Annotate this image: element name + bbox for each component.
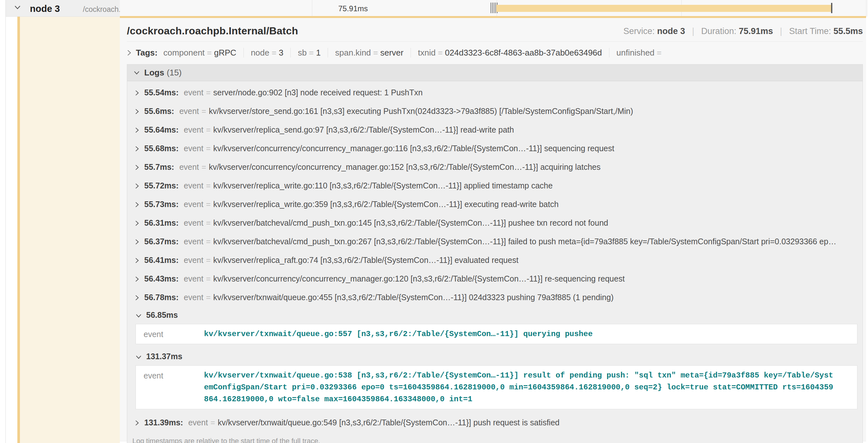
log-field-key: event: [184, 293, 203, 302]
log-field-key: event: [136, 328, 204, 340]
log-entry-collapsed[interactable]: 131.39ms:event=kv/kvserver/txnwait/queue…: [127, 413, 863, 432]
log-equals: =: [210, 418, 215, 427]
chevron-down-icon: [135, 355, 142, 359]
log-entry-collapsed[interactable]: 55.64ms:event=kv/kvserver/replica_send.g…: [127, 121, 863, 139]
tag-key: node: [251, 48, 270, 58]
log-field-value: kv/kvserver/replica_write.go:110 [n3,s3,…: [213, 181, 553, 190]
log-field-key: event: [184, 218, 203, 228]
log-entry-collapsed[interactable]: 55.6ms:event=kv/kvserver/store_send.go:1…: [127, 102, 863, 121]
log-field-value: kv/kvserver/batcheval/cmd_push_txn.go:26…: [213, 237, 837, 246]
tag-key: sb: [298, 48, 307, 58]
tag-equals: =: [309, 48, 314, 58]
log-entry-collapsed[interactable]: 56.31ms:event=kv/kvserver/batcheval/cmd_…: [127, 213, 863, 232]
log-fields-table: eventkv/kvserver/txnwait/queue.go:538 [n…: [135, 365, 858, 409]
tag-item-span.kind[interactable]: span.kind=server: [328, 48, 410, 58]
log-field-value: kv/kvserver/concurrency/concurrency_mana…: [213, 274, 625, 283]
logs-count: (15): [167, 68, 182, 78]
log-field-value: kv/kvserver/txnwait/queue.go:549 [n3,s3,…: [218, 418, 560, 427]
log-field-row[interactable]: eventkv/kvserver/txnwait/queue.go:557 [n…: [136, 328, 857, 340]
tag-item-txnid[interactable]: txnid=024d3323-6c8f-4863-aa8b-37ab0e6349…: [411, 48, 609, 58]
log-timestamp: 55.7ms:: [144, 163, 174, 172]
trace-timeline-page: node 3 /cockroach.roach… 75.91ms /cockro…: [0, 0, 868, 443]
span-row[interactable]: node 3 /cockroach.roach… 75.91ms: [0, 0, 868, 17]
tag-item-unfinished[interactable]: unfinished=: [610, 48, 671, 58]
log-field-row[interactable]: eventkv/kvserver/txnwait/queue.go:538 [n…: [136, 370, 857, 405]
span-end-tick: [831, 3, 832, 13]
log-equals: =: [206, 144, 211, 153]
log-field-key: event: [184, 125, 203, 135]
log-equals: =: [202, 163, 206, 172]
logs-footer-note: Log timestamps are relative to the start…: [127, 437, 863, 443]
log-field-value: kv/kvserver/txnwait/queue.go:557 [n3,s3,…: [204, 328, 857, 340]
log-field-value: kv/kvserver/concurrency/concurrency_mana…: [209, 163, 601, 172]
log-entry-collapsed[interactable]: 56.41ms:event=kv/kvserver/replica_raft.g…: [127, 251, 863, 269]
log-field-key: event: [188, 418, 208, 427]
log-equals: =: [202, 107, 206, 116]
tag-key: span.kind: [335, 48, 371, 58]
logs-list: 55.54ms:event=server/node.go:902 [n3] no…: [127, 81, 863, 443]
log-timestamp: 55.64ms:: [144, 125, 179, 135]
span-duration-bar[interactable]: [496, 5, 832, 12]
log-field-key: event: [184, 88, 203, 97]
span-color-accent-strip: [17, 0, 20, 443]
chevron-right-icon: [135, 220, 139, 226]
log-equals: =: [206, 88, 211, 97]
span-row-name-column[interactable]: node 3 /cockroach.roach…: [6, 0, 120, 17]
log-field-key: event: [184, 237, 203, 246]
timeline-gridline: [312, 0, 312, 17]
meta-separator: |: [692, 26, 694, 36]
log-entry-collapsed[interactable]: 55.72ms:event=kv/kvserver/replica_write.…: [127, 176, 863, 195]
log-equals: =: [206, 181, 211, 190]
tag-value: 3: [279, 48, 283, 58]
tag-equals: =: [438, 48, 443, 58]
log-entry-collapsed[interactable]: 56.37ms:event=kv/kvserver/batcheval/cmd_…: [127, 232, 863, 251]
chevron-right-icon: [135, 183, 139, 189]
log-entry-collapsed[interactable]: 55.7ms:event=kv/kvserver/concurrency/con…: [127, 158, 863, 176]
log-entry-collapsed[interactable]: 55.54ms:event=server/node.go:902 [n3] no…: [127, 83, 863, 102]
tag-item-component[interactable]: component=gRPC: [163, 48, 243, 58]
log-entry-collapsed[interactable]: 55.73ms:event=kv/kvserver/replica_write.…: [127, 195, 863, 213]
tag-equals: =: [272, 48, 276, 58]
chevron-right-icon: [135, 420, 139, 426]
chevron-right-icon: [135, 276, 139, 282]
log-equals: =: [206, 125, 211, 135]
chevron-right-icon: [135, 202, 139, 208]
logs-accordian-header[interactable]: Logs (15): [127, 65, 863, 81]
chevron-right-icon: [135, 127, 139, 133]
log-equals: =: [206, 218, 211, 228]
log-timestamp: 56.78ms:: [144, 293, 179, 302]
span-service-name: node 3: [30, 3, 60, 14]
log-entry-collapsed[interactable]: 56.43ms:event=kv/kvserver/concurrency/co…: [127, 269, 863, 288]
tags-accordian-toggle[interactable]: Tags: component=gRPCnode=3sb=1span.kind=…: [127, 45, 863, 60]
duration-label: Duration:: [701, 26, 737, 36]
log-field-key: event: [179, 107, 199, 116]
chevron-right-icon: [135, 239, 139, 245]
logs-title: Logs: [144, 68, 164, 78]
tag-item-node[interactable]: node=3: [244, 48, 291, 58]
log-entry-collapsed[interactable]: 55.68ms:event=kv/kvserver/concurrency/co…: [127, 139, 863, 158]
tags-list: component=gRPCnode=3sb=1span.kind=server…: [163, 48, 671, 58]
tag-value: 1: [316, 48, 320, 58]
chevron-down-icon[interactable]: [14, 5, 21, 10]
log-timestamp: 56.31ms:: [144, 218, 179, 228]
start-time-label: Start Time:: [789, 26, 831, 36]
span-timeline[interactable]: 75.91ms: [120, 0, 868, 17]
tag-value: server: [380, 48, 403, 58]
log-entry-expanded-header[interactable]: 56.85ms: [127, 307, 863, 323]
chevron-right-icon: [135, 146, 139, 152]
duration-value: 75.91ms: [739, 26, 773, 36]
log-field-value: kv/kvserver/store_send.go:161 [n3,s3] ex…: [209, 107, 633, 116]
log-timestamp: 55.73ms:: [144, 200, 179, 209]
log-field-key: event: [184, 144, 203, 153]
log-entry-collapsed[interactable]: 56.78ms:event=kv/kvserver/txnwait/queue.…: [127, 288, 863, 307]
log-field-value: kv/kvserver/replica_write.go:359 [n3,s3,…: [213, 200, 559, 209]
service-label: Service:: [623, 26, 655, 36]
service-value: node 3: [657, 26, 685, 36]
tag-item-sb[interactable]: sb=1: [291, 48, 328, 58]
meta-separator: |: [780, 26, 782, 36]
tags-label: Tags:: [136, 48, 157, 58]
selected-span-name-column[interactable]: [20, 17, 120, 443]
log-field-key: event: [136, 370, 204, 405]
chevron-down-icon: [135, 314, 142, 318]
log-entry-expanded-header[interactable]: 131.37ms: [127, 348, 863, 365]
